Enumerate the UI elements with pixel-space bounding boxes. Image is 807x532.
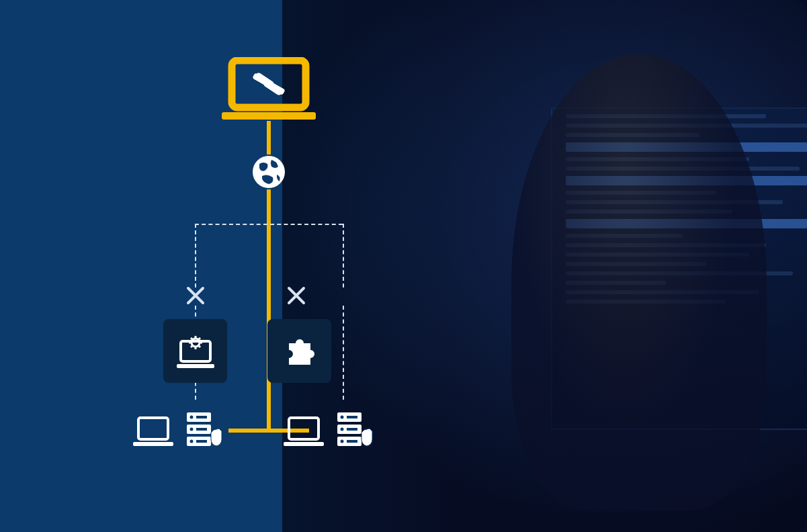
endpoint-pair-left — [132, 410, 223, 450]
remote-laptop-icon — [218, 57, 319, 121]
svg-rect-23 — [196, 416, 207, 418]
svg-point-32 — [341, 428, 344, 431]
dashed-branch — [195, 224, 196, 287]
svg-line-12 — [198, 345, 200, 347]
server-shield-icon — [335, 410, 374, 450]
svg-line-14 — [198, 338, 200, 340]
blocked-x-icon — [185, 285, 206, 306]
svg-point-31 — [341, 416, 344, 419]
svg-line-13 — [191, 345, 193, 347]
dashed-branch — [343, 306, 344, 400]
svg-point-33 — [341, 440, 344, 443]
network-diagram — [155, 57, 396, 460]
endpoint-pair-right — [282, 410, 374, 450]
svg-rect-1 — [222, 112, 316, 120]
connector-line — [267, 121, 271, 154]
svg-rect-24 — [196, 428, 207, 431]
laptop-icon — [282, 414, 325, 450]
box-puzzle-piece — [267, 319, 331, 383]
dashed-branch — [195, 224, 343, 225]
svg-rect-25 — [196, 440, 207, 443]
globe-icon — [251, 154, 286, 189]
svg-rect-26 — [289, 418, 318, 439]
connector-line — [267, 189, 271, 431]
svg-point-21 — [190, 428, 194, 431]
svg-line-11 — [191, 338, 193, 340]
server-shield-icon — [184, 410, 223, 450]
svg-rect-34 — [347, 416, 357, 418]
svg-rect-16 — [133, 442, 173, 446]
svg-rect-27 — [284, 442, 324, 446]
svg-point-20 — [190, 416, 194, 419]
svg-rect-36 — [347, 440, 357, 443]
blocked-x-icon — [286, 285, 306, 306]
box-laptop-gear — [163, 319, 227, 383]
laptop-icon — [132, 414, 175, 450]
person-silhouette — [511, 54, 767, 511]
svg-rect-35 — [347, 428, 357, 431]
svg-rect-5 — [177, 364, 214, 368]
svg-rect-15 — [138, 418, 168, 439]
svg-point-22 — [190, 440, 194, 443]
dashed-branch — [343, 224, 344, 287]
svg-rect-4 — [181, 341, 210, 361]
